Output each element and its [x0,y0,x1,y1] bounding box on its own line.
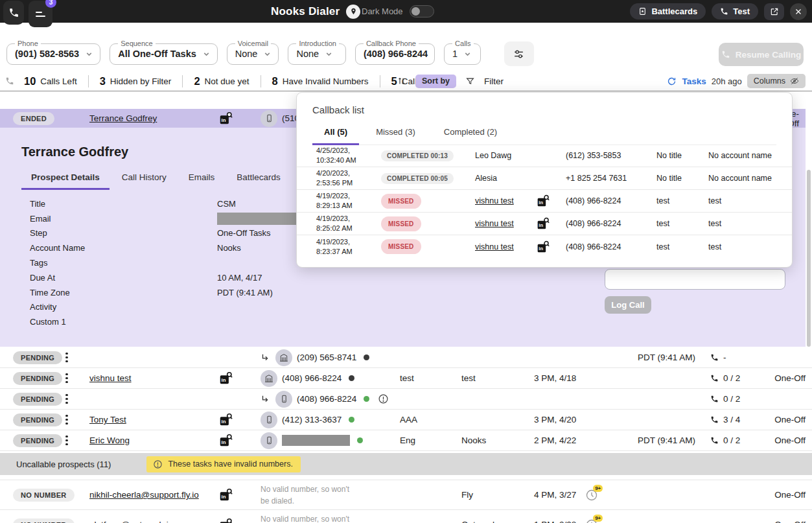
row-menu-button[interactable] [62,436,71,446]
callback-phone-value: (408) 966-8244 [364,49,428,59]
stats-right: Tasks 20h ago Columns [667,71,806,91]
sub-number-arrow-icon [261,395,270,404]
linkedin-search-icon[interactable]: in [219,111,245,125]
callback-account: test [708,242,792,251]
task-row[interactable]: PENDING vishnu test in (408) 966-8224 te… [0,368,812,389]
field-label: Title [30,199,217,209]
tab-prospect-details[interactable]: Prospect Details [21,167,110,190]
mobile-phone-icon[interactable] [261,110,277,127]
warning-circle-icon[interactable] [378,393,389,404]
columns-button[interactable]: Columns [747,74,806,88]
overdue-count-badge: 9+ [593,485,603,492]
mobile-phone-icon[interactable] [261,432,277,449]
tab-emails[interactable]: Emails [179,167,225,190]
phone-number: (209) 565-8741 [297,353,356,362]
tab-missed-callbacks[interactable]: Missed (3) [364,121,427,145]
calls-select[interactable]: Calls 1 [444,40,480,65]
dialer-phone-button[interactable] [3,1,24,25]
linkedin-search-icon[interactable]: in [537,217,566,230]
refresh-icon[interactable] [667,76,677,86]
callback-name-link[interactable]: vishnu test [475,242,514,251]
callback-name: Alesia [475,174,537,183]
prospect-email-link[interactable]: nikhil-cheerla@support.fly.io [89,490,199,500]
no-number-note: No valid number, so won'tbe dialed. [261,483,349,507]
sort-by-button[interactable]: Sort by [415,75,456,88]
office-phone-icon[interactable] [275,349,292,366]
callback-row[interactable]: 4/25/2023,10:32:40 AM COMPLETED 00:13 Le… [297,145,792,167]
filter-button[interactable]: Filter [484,76,504,86]
tasks-refresh-link[interactable]: Tasks [682,76,706,86]
battlecards-button[interactable]: Battlecards [630,3,706,19]
field-value: 10 AM, 4/17 [217,273,262,283]
task-row[interactable]: PENDING Eric Wong in Eng Nooks 2 PM, 4/2… [0,430,812,451]
linkedin-search-icon[interactable]: in [219,518,245,523]
dark-mode-toggle[interactable] [410,5,434,17]
callback-phone-field[interactable]: Callback Phone (408) 966-8244 [355,40,435,65]
phone-icon [710,353,719,362]
callback-name-link[interactable]: vishnu test [475,196,514,205]
prospect-name-link[interactable]: Eric Wong [89,436,130,445]
task-row[interactable]: PENDING (209) 565-8741 PDT (9:41 AM) - [0,347,812,368]
task-list-button[interactable]: 3 [29,1,52,27]
row-menu-button[interactable] [62,353,71,363]
callback-row[interactable]: 4/20/2023,2:53:56 PM COMPLETED 00:05 Ale… [297,167,792,190]
office-phone-icon[interactable] [261,370,277,387]
tab-all-callbacks[interactable]: All (5) [312,121,359,145]
stat-hidden-by-filter: 3 Hidden by Filter [100,75,172,87]
mobile-phone-icon[interactable] [275,391,292,408]
task-row[interactable]: NO NUMBER platform@outreach.io in No val… [0,509,812,523]
linkedin-search-icon[interactable]: in [219,488,245,502]
row-menu-button[interactable] [62,415,71,425]
sequence-select[interactable]: Sequence All One-Off Tasks [110,40,218,65]
dialer-settings-button[interactable] [504,41,534,66]
field-title: Title CSM [30,196,329,211]
callback-name-link[interactable]: vishnu test [475,219,514,228]
log-call-button[interactable]: Log Call [605,296,651,314]
location-pin-icon [346,5,360,19]
field-label: Account Name [30,243,217,253]
callback-row[interactable]: 4/19/2023,8:29:13 AM MISSED vishnu test … [297,190,792,213]
call-count: 0 / 2 [723,394,740,404]
callback-datetime: 4/25/2023,10:32:40 AM [316,146,381,165]
test-call-button[interactable]: Test [712,3,758,19]
chevron-down-icon [202,50,211,58]
vertical-scrollbar[interactable] [807,170,811,347]
chevron-down-icon [325,50,333,58]
call-notes-input[interactable] [605,269,785,290]
resume-calling-button[interactable]: Resume Calling [719,43,804,66]
sequence-type: One-Off [772,520,812,523]
linkedin-search-icon[interactable]: in [537,240,566,253]
prospect-email-link[interactable]: platform@outreach.io [89,520,173,523]
row-menu-button[interactable] [62,373,71,384]
task-row[interactable]: PENDING Tony Test in (412) 313-3637 AAA … [0,410,812,430]
task-row[interactable]: PENDING (408) 966-8224 0 / 2 [0,389,812,410]
row-menu-button[interactable] [62,394,71,404]
svg-text:in: in [539,246,543,251]
prospect-fields: Title CSM Email @gmail. Step One-Off Tas… [30,196,329,329]
phone-icon [721,50,730,59]
pop-out-button[interactable] [764,3,784,20]
phone-icon [710,374,719,382]
linkedin-search-icon[interactable]: in [219,413,245,426]
filter-funnel-icon[interactable] [465,76,475,86]
linkedin-search-icon[interactable]: in [219,434,245,447]
callback-row[interactable]: 4/19/2023,8:25:02 AM MISSED vishnu test … [297,213,792,235]
prospect-name-link[interactable]: vishnu test [89,373,132,383]
close-button[interactable] [790,3,807,20]
linkedin-search-icon[interactable]: in [219,371,245,385]
mobile-phone-icon[interactable] [261,412,277,428]
callback-account: No account name [708,174,792,183]
sort-arrows-icon[interactable] [397,76,406,86]
callback-row[interactable]: 4/19/2023,8:23:37 AM MISSED vishnu test … [297,235,792,258]
prospect-name-link[interactable]: Tony Test [89,415,126,424]
prospect-name-link[interactable]: Terrance Godfrey [89,113,157,123]
phone-select[interactable]: Phone (901) 582-8563 [6,40,100,65]
voicemail-select[interactable]: Voicemail None [227,40,279,65]
tab-completed-callbacks[interactable]: Completed (2) [432,121,509,145]
introduction-select[interactable]: Introduction None [288,40,345,65]
tab-call-history[interactable]: Call History [112,167,176,190]
eye-off-icon [790,76,799,86]
task-row[interactable]: NO NUMBER nikhil-cheerla@support.fly.io … [0,480,812,509]
linkedin-search-icon[interactable]: in [537,194,566,207]
tab-battlecards[interactable]: Battlecards [227,167,290,190]
